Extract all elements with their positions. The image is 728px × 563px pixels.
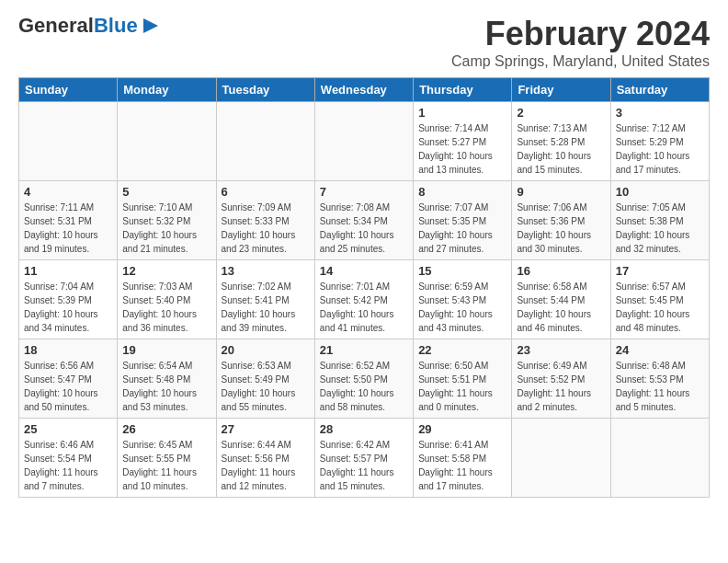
day-number: 10 bbox=[616, 185, 704, 199]
calendar-cell bbox=[118, 102, 216, 181]
calendar-cell: 21Sunrise: 6:52 AM Sunset: 5:50 PM Dayli… bbox=[314, 339, 413, 419]
calendar-cell: 27Sunrise: 6:44 AM Sunset: 5:56 PM Dayli… bbox=[216, 419, 314, 498]
calendar-week-2: 4Sunrise: 7:11 AM Sunset: 5:31 PM Daylig… bbox=[19, 181, 710, 260]
day-number: 16 bbox=[517, 264, 605, 278]
day-info: Sunrise: 6:54 AM Sunset: 5:48 PM Dayligh… bbox=[122, 359, 210, 414]
day-number: 11 bbox=[24, 264, 112, 278]
day-info: Sunrise: 6:42 AM Sunset: 5:57 PM Dayligh… bbox=[320, 438, 408, 493]
day-info: Sunrise: 6:44 AM Sunset: 5:56 PM Dayligh… bbox=[222, 438, 310, 493]
day-info: Sunrise: 7:07 AM Sunset: 5:35 PM Dayligh… bbox=[418, 201, 506, 256]
weekday-header-monday: Monday bbox=[118, 78, 216, 102]
calendar-week-3: 11Sunrise: 7:04 AM Sunset: 5:39 PM Dayli… bbox=[19, 260, 710, 339]
day-info: Sunrise: 7:01 AM Sunset: 5:42 PM Dayligh… bbox=[320, 280, 408, 335]
day-number: 25 bbox=[24, 422, 112, 436]
logo-arrow-icon bbox=[140, 17, 162, 35]
calendar-cell: 6Sunrise: 7:09 AM Sunset: 5:33 PM Daylig… bbox=[216, 181, 314, 260]
day-number: 18 bbox=[24, 343, 112, 357]
day-number: 13 bbox=[222, 264, 310, 278]
day-info: Sunrise: 6:50 AM Sunset: 5:51 PM Dayligh… bbox=[418, 359, 506, 414]
calendar-week-4: 18Sunrise: 6:56 AM Sunset: 5:47 PM Dayli… bbox=[19, 339, 710, 419]
calendar-cell: 17Sunrise: 6:57 AM Sunset: 5:45 PM Dayli… bbox=[610, 260, 709, 339]
calendar-cell: 13Sunrise: 7:02 AM Sunset: 5:41 PM Dayli… bbox=[216, 260, 314, 339]
day-info: Sunrise: 6:45 AM Sunset: 5:55 PM Dayligh… bbox=[122, 438, 210, 493]
day-number: 29 bbox=[418, 422, 506, 436]
calendar-table: SundayMondayTuesdayWednesdayThursdayFrid… bbox=[18, 77, 710, 498]
calendar-cell: 24Sunrise: 6:48 AM Sunset: 5:53 PM Dayli… bbox=[610, 339, 709, 419]
weekday-header-thursday: Thursday bbox=[414, 78, 512, 102]
day-info: Sunrise: 6:59 AM Sunset: 5:43 PM Dayligh… bbox=[418, 280, 506, 335]
day-number: 8 bbox=[418, 185, 506, 199]
calendar-cell: 19Sunrise: 6:54 AM Sunset: 5:48 PM Dayli… bbox=[118, 339, 216, 419]
logo: GeneralBlue bbox=[18, 15, 162, 37]
day-info: Sunrise: 7:12 AM Sunset: 5:29 PM Dayligh… bbox=[616, 121, 704, 177]
calendar-cell: 26Sunrise: 6:45 AM Sunset: 5:55 PM Dayli… bbox=[118, 419, 216, 498]
day-number: 27 bbox=[222, 422, 310, 436]
day-info: Sunrise: 6:41 AM Sunset: 5:58 PM Dayligh… bbox=[418, 438, 506, 493]
day-number: 28 bbox=[320, 422, 408, 436]
calendar-cell bbox=[216, 102, 314, 181]
calendar-cell: 22Sunrise: 6:50 AM Sunset: 5:51 PM Dayli… bbox=[414, 339, 512, 419]
day-info: Sunrise: 7:05 AM Sunset: 5:38 PM Dayligh… bbox=[616, 201, 704, 256]
day-info: Sunrise: 7:08 AM Sunset: 5:34 PM Dayligh… bbox=[320, 201, 408, 256]
day-number: 4 bbox=[24, 185, 112, 199]
day-info: Sunrise: 7:02 AM Sunset: 5:41 PM Dayligh… bbox=[222, 280, 310, 335]
weekday-header-sunday: Sunday bbox=[19, 78, 118, 102]
day-number: 3 bbox=[616, 106, 704, 120]
day-info: Sunrise: 7:03 AM Sunset: 5:40 PM Dayligh… bbox=[122, 280, 210, 335]
calendar-cell bbox=[19, 102, 118, 181]
weekday-header-friday: Friday bbox=[512, 78, 610, 102]
calendar-cell: 28Sunrise: 6:42 AM Sunset: 5:57 PM Dayli… bbox=[314, 419, 413, 498]
calendar-header-row: SundayMondayTuesdayWednesdayThursdayFrid… bbox=[19, 78, 710, 102]
weekday-header-wednesday: Wednesday bbox=[314, 78, 413, 102]
day-number: 7 bbox=[320, 185, 408, 199]
day-info: Sunrise: 6:46 AM Sunset: 5:54 PM Dayligh… bbox=[24, 438, 112, 493]
day-info: Sunrise: 7:14 AM Sunset: 5:27 PM Dayligh… bbox=[418, 121, 506, 177]
calendar-cell bbox=[314, 102, 413, 181]
weekday-header-tuesday: Tuesday bbox=[216, 78, 314, 102]
day-info: Sunrise: 7:13 AM Sunset: 5:28 PM Dayligh… bbox=[517, 121, 605, 177]
day-info: Sunrise: 7:09 AM Sunset: 5:33 PM Dayligh… bbox=[222, 201, 310, 256]
day-number: 20 bbox=[222, 343, 310, 357]
day-number: 23 bbox=[517, 343, 605, 357]
calendar-cell: 9Sunrise: 7:06 AM Sunset: 5:36 PM Daylig… bbox=[512, 181, 610, 260]
calendar-cell: 16Sunrise: 6:58 AM Sunset: 5:44 PM Dayli… bbox=[512, 260, 610, 339]
day-info: Sunrise: 6:58 AM Sunset: 5:44 PM Dayligh… bbox=[517, 280, 605, 335]
calendar-cell: 23Sunrise: 6:49 AM Sunset: 5:52 PM Dayli… bbox=[512, 339, 610, 419]
day-info: Sunrise: 6:52 AM Sunset: 5:50 PM Dayligh… bbox=[320, 359, 408, 414]
calendar-cell: 2Sunrise: 7:13 AM Sunset: 5:28 PM Daylig… bbox=[512, 102, 610, 181]
day-info: Sunrise: 6:57 AM Sunset: 5:45 PM Dayligh… bbox=[616, 280, 704, 335]
calendar-body: 1Sunrise: 7:14 AM Sunset: 5:27 PM Daylig… bbox=[19, 102, 710, 498]
logo-text: GeneralBlue bbox=[18, 15, 138, 37]
day-info: Sunrise: 7:04 AM Sunset: 5:39 PM Dayligh… bbox=[24, 280, 112, 335]
day-number: 14 bbox=[320, 264, 408, 278]
title-area: February 2024 Camp Springs, Maryland, Un… bbox=[451, 15, 710, 70]
day-info: Sunrise: 7:06 AM Sunset: 5:36 PM Dayligh… bbox=[517, 201, 605, 256]
calendar-cell: 15Sunrise: 6:59 AM Sunset: 5:43 PM Dayli… bbox=[414, 260, 512, 339]
day-number: 12 bbox=[122, 264, 210, 278]
day-info: Sunrise: 7:11 AM Sunset: 5:31 PM Dayligh… bbox=[24, 201, 112, 256]
day-info: Sunrise: 6:53 AM Sunset: 5:49 PM Dayligh… bbox=[222, 359, 310, 414]
day-info: Sunrise: 6:56 AM Sunset: 5:47 PM Dayligh… bbox=[24, 359, 112, 414]
calendar-cell: 20Sunrise: 6:53 AM Sunset: 5:49 PM Dayli… bbox=[216, 339, 314, 419]
weekday-header-saturday: Saturday bbox=[610, 78, 709, 102]
calendar-cell: 18Sunrise: 6:56 AM Sunset: 5:47 PM Dayli… bbox=[19, 339, 118, 419]
calendar-cell: 7Sunrise: 7:08 AM Sunset: 5:34 PM Daylig… bbox=[314, 181, 413, 260]
svg-marker-0 bbox=[143, 18, 158, 33]
calendar-cell: 29Sunrise: 6:41 AM Sunset: 5:58 PM Dayli… bbox=[414, 419, 512, 498]
calendar-cell: 4Sunrise: 7:11 AM Sunset: 5:31 PM Daylig… bbox=[19, 181, 118, 260]
calendar-cell: 3Sunrise: 7:12 AM Sunset: 5:29 PM Daylig… bbox=[610, 102, 709, 181]
day-info: Sunrise: 7:10 AM Sunset: 5:32 PM Dayligh… bbox=[122, 201, 210, 256]
day-number: 19 bbox=[122, 343, 210, 357]
calendar-cell: 1Sunrise: 7:14 AM Sunset: 5:27 PM Daylig… bbox=[414, 102, 512, 181]
header: GeneralBlue February 2024 Camp Springs, … bbox=[18, 15, 710, 70]
calendar-cell: 25Sunrise: 6:46 AM Sunset: 5:54 PM Dayli… bbox=[19, 419, 118, 498]
day-info: Sunrise: 6:49 AM Sunset: 5:52 PM Dayligh… bbox=[517, 359, 605, 414]
day-number: 1 bbox=[418, 106, 506, 120]
day-number: 6 bbox=[222, 185, 310, 199]
day-number: 5 bbox=[122, 185, 210, 199]
day-number: 22 bbox=[418, 343, 506, 357]
calendar-cell bbox=[512, 419, 610, 498]
location-title: Camp Springs, Maryland, United States bbox=[451, 53, 710, 70]
calendar-cell bbox=[610, 419, 709, 498]
calendar-week-1: 1Sunrise: 7:14 AM Sunset: 5:27 PM Daylig… bbox=[19, 102, 710, 181]
